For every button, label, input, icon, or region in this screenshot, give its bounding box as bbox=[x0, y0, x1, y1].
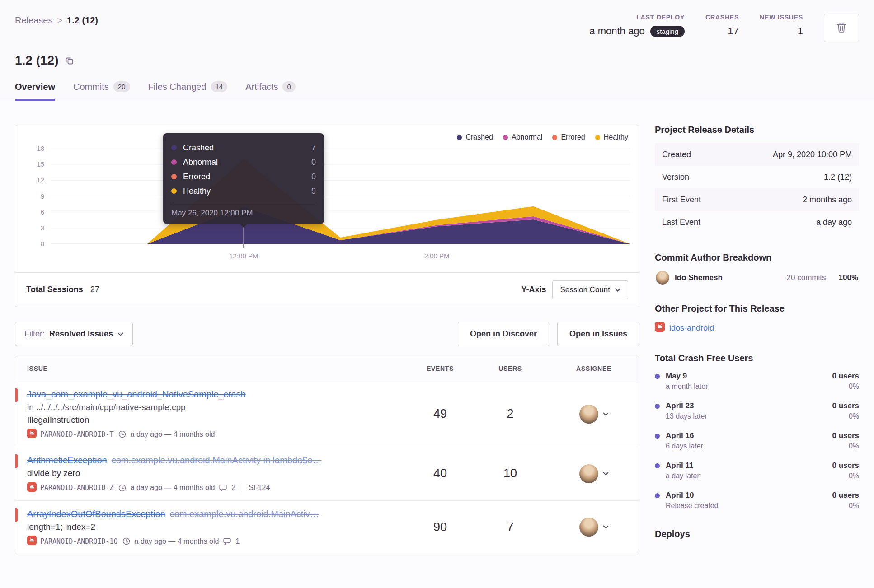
meta-divider bbox=[242, 484, 242, 492]
assignee-dropdown[interactable] bbox=[579, 405, 609, 424]
crash-free-users: 0 users bbox=[832, 401, 859, 411]
tab-artifacts[interactable]: Artifacts0 bbox=[245, 81, 296, 101]
tab-commits-badge: 20 bbox=[113, 81, 130, 92]
detail-label: Version bbox=[662, 173, 689, 182]
tooltip-abnormal-value: 0 bbox=[311, 158, 316, 167]
other-project-name: idos-android bbox=[669, 323, 714, 333]
project-tag[interactable]: PARANOID-ANDROID-10 bbox=[27, 536, 118, 547]
legend-item-crashed[interactable]: Crashed bbox=[457, 133, 493, 141]
project-tag[interactable]: PARANOID-ANDROID-Z bbox=[27, 482, 114, 494]
sessions-chart[interactable]: 036912151812:00 PM2:00 PM Crashed7 Abnor… bbox=[15, 125, 639, 272]
users-count: 2 bbox=[472, 381, 549, 447]
chevron-down-icon bbox=[603, 412, 609, 416]
crash-free-percent: 0% bbox=[849, 472, 859, 480]
crash-free-users: 0 users bbox=[832, 461, 859, 470]
table-row: ArithmeticExceptioncom.example.vu.androi… bbox=[15, 447, 639, 501]
page-header: Releases > 1.2 (12) LAST DEPLOY a month … bbox=[0, 0, 874, 101]
issue-title-link[interactable]: Java_com_example_vu_android_NativeSample… bbox=[27, 389, 246, 399]
issue-culprit-path: com.example.vu.android.MainActiv… bbox=[170, 509, 319, 519]
android-project-icon bbox=[27, 536, 37, 547]
detail-row-first-event: First Event2 months ago bbox=[655, 188, 859, 211]
crash-free-relative: a month later bbox=[666, 383, 849, 391]
new-issues-label: NEW ISSUES bbox=[760, 14, 803, 21]
sessions-chart-card: Crashed Abnormal Errored Healthy 0369121… bbox=[15, 125, 639, 307]
crash-free-relative: Release created bbox=[666, 502, 849, 510]
issues-table: ISSUE EVENTS USERS ASSIGNEE Java_com_exa… bbox=[15, 356, 639, 554]
users-count: 7 bbox=[472, 501, 549, 554]
events-count: 90 bbox=[409, 501, 472, 554]
other-project-link[interactable]: idos-android bbox=[655, 322, 859, 334]
trash-icon bbox=[836, 22, 846, 34]
detail-label: First Event bbox=[662, 195, 701, 205]
project-tag-label: PARANOID-ANDROID-10 bbox=[40, 537, 118, 546]
tab-files-changed[interactable]: Files Changed14 bbox=[148, 81, 228, 101]
tooltip-errored-value: 0 bbox=[311, 172, 316, 182]
legend-item-abnormal[interactable]: Abnormal bbox=[503, 133, 542, 141]
tooltip-abnormal-dot bbox=[171, 159, 177, 165]
tab-artifacts-badge: 0 bbox=[282, 81, 295, 92]
breadcrumb-releases-link[interactable]: Releases bbox=[15, 15, 52, 26]
detail-label: Created bbox=[662, 150, 691, 159]
crash-free-relative: 6 days later bbox=[666, 442, 849, 450]
issue-age: a day ago — 4 months old bbox=[131, 484, 215, 492]
svg-text:12: 12 bbox=[37, 176, 44, 184]
open-in-issues-button[interactable]: Open in Issues bbox=[557, 322, 639, 346]
y-axis-selected-value: Session Count bbox=[560, 285, 610, 294]
tooltip-date: May 26, 2020 12:00 PM bbox=[171, 203, 316, 218]
copy-icon[interactable] bbox=[65, 56, 74, 65]
crash-free-percent: 0% bbox=[849, 502, 859, 510]
issue-annotation[interactable]: SI-124 bbox=[249, 484, 270, 492]
project-tag[interactable]: PARANOID-ANDROID-T bbox=[27, 429, 114, 440]
legend-item-errored[interactable]: Errored bbox=[552, 133, 585, 141]
y-axis-select[interactable]: Session Count bbox=[552, 280, 628, 299]
delete-release-button[interactable] bbox=[824, 14, 859, 42]
tab-overview[interactable]: Overview bbox=[15, 81, 55, 101]
issues-table-header: ISSUE EVENTS USERS ASSIGNEE bbox=[15, 356, 639, 381]
total-sessions-label: Total Sessions bbox=[26, 285, 83, 294]
column-events: EVENTS bbox=[409, 365, 472, 372]
tooltip-healthy-label: Healthy bbox=[183, 187, 307, 196]
issue-title-link[interactable]: ArithmeticException bbox=[27, 455, 107, 465]
deploys-heading: Deploys bbox=[655, 529, 859, 539]
table-row: Java_com_example_vu_android_NativeSample… bbox=[15, 381, 639, 447]
events-count: 49 bbox=[409, 381, 472, 447]
chevron-down-icon bbox=[117, 332, 123, 336]
list-item: May 90 users a month later0% bbox=[655, 372, 859, 391]
detail-label: Last Event bbox=[662, 218, 700, 227]
timeline-dot bbox=[655, 434, 660, 439]
crash-free-users: 0 users bbox=[832, 372, 859, 381]
crash-free-percent: 0% bbox=[849, 442, 859, 450]
chevron-down-icon bbox=[603, 472, 609, 476]
tab-commits[interactable]: Commits20 bbox=[73, 81, 130, 101]
filter-label: Filter: bbox=[24, 329, 45, 339]
chart-footer: Total Sessions27 Y-Axis Session Count bbox=[15, 272, 639, 307]
svg-text:2:00 PM: 2:00 PM bbox=[424, 252, 450, 260]
tooltip-errored-label: Errored bbox=[183, 172, 307, 182]
assignee-dropdown[interactable] bbox=[579, 518, 609, 537]
unresolved-indicator bbox=[15, 388, 18, 402]
crash-free-relative: 13 days later bbox=[666, 412, 849, 420]
detail-value: 2 months ago bbox=[803, 195, 852, 205]
open-in-discover-button[interactable]: Open in Discover bbox=[458, 322, 549, 346]
detail-value: 1.2 (12) bbox=[824, 173, 852, 182]
clock-icon bbox=[118, 430, 126, 438]
commit-author-breakdown-section: Commit Author Breakdown Ido Shemesh 20 c… bbox=[655, 252, 859, 285]
svg-text:6: 6 bbox=[41, 208, 44, 216]
crash-free-date: April 16 bbox=[666, 431, 832, 440]
issue-age: a day ago — 4 months old bbox=[135, 537, 219, 546]
comments-count: 1 bbox=[235, 537, 240, 546]
section-heading: Total Crash Free Users bbox=[655, 353, 859, 364]
assignee-dropdown[interactable] bbox=[579, 464, 609, 483]
issue-title-link[interactable]: ArrayIndexOutOfBoundsException bbox=[27, 509, 165, 519]
healthy-legend-dot bbox=[595, 135, 600, 140]
filter-dropdown[interactable]: Filter: Resolved Issues bbox=[15, 322, 133, 346]
tab-files-changed-label: Files Changed bbox=[148, 82, 207, 92]
comments-icon bbox=[219, 484, 227, 492]
crash-free-date: April 23 bbox=[666, 401, 832, 411]
svg-text:18: 18 bbox=[37, 145, 44, 152]
svg-text:12:00 PM: 12:00 PM bbox=[229, 252, 258, 260]
legend-item-healthy[interactable]: Healthy bbox=[595, 133, 628, 141]
author-name: Ido Shemesh bbox=[675, 273, 787, 282]
header-stats: LAST DEPLOY a month ago staging CRASHES … bbox=[589, 14, 859, 42]
timeline-dot bbox=[655, 374, 660, 379]
